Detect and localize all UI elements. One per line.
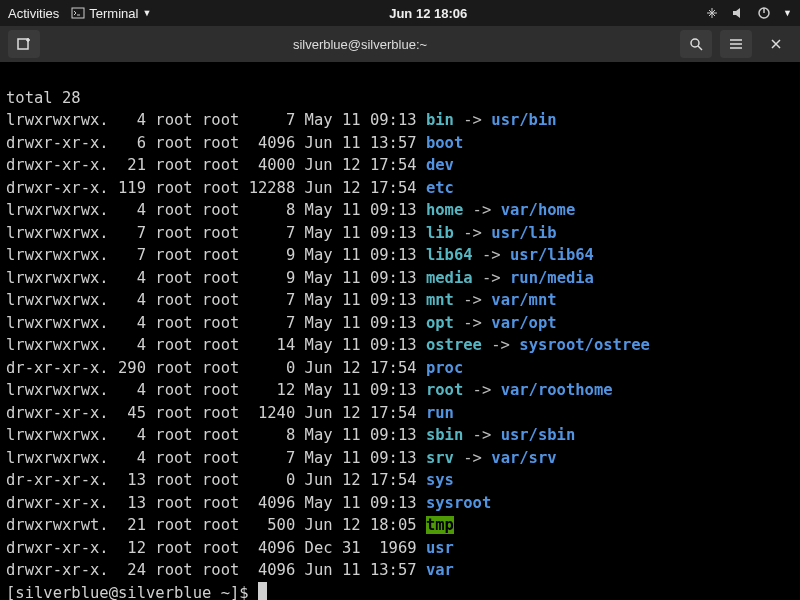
ls-row: drwxr-xr-x. 119 root root 12288 Jun 12 1… [6,177,794,200]
ls-row: drwxr-xr-x. 21 root root 4000 Jun 12 17:… [6,154,794,177]
ls-row: lrwxrwxrwx. 7 root root 9 May 11 09:13 l… [6,244,794,267]
ls-row: lrwxrwxrwx. 4 root root 9 May 11 09:13 m… [6,267,794,290]
app-menu-label: Terminal [89,6,138,21]
ls-row: drwxr-xr-x. 45 root root 1240 Jun 12 17:… [6,402,794,425]
new-tab-button[interactable] [8,30,40,58]
ls-row: lrwxrwxrwx. 4 root root 12 May 11 09:13 … [6,379,794,402]
ls-row: drwxr-xr-x. 12 root root 4096 Dec 31 196… [6,537,794,560]
chevron-down-icon[interactable]: ▼ [783,8,792,18]
ls-row: lrwxrwxrwx. 4 root root 8 May 11 09:13 h… [6,199,794,222]
activities-button[interactable]: Activities [8,6,59,21]
clock[interactable]: Jun 12 18:06 [389,6,467,21]
search-button[interactable] [680,30,712,58]
ls-row: lrwxrwxrwx. 4 root root 7 May 11 09:13 o… [6,312,794,335]
terminal-output[interactable]: total 28lrwxrwxrwx. 4 root root 7 May 11… [0,62,800,600]
ls-row: drwxr-xr-x. 24 root root 4096 Jun 11 13:… [6,559,794,582]
svg-rect-0 [72,8,84,18]
ls-row: lrwxrwxrwx. 4 root root 8 May 11 09:13 s… [6,424,794,447]
total-line: total 28 [6,87,794,110]
gnome-topbar: Activities Terminal ▼ Jun 12 18:06 ▼ [0,0,800,26]
cursor [258,582,267,600]
ls-row: lrwxrwxrwx. 4 root root 7 May 11 09:13 b… [6,109,794,132]
window-titlebar: silverblue@silverblue:~ [0,26,800,62]
search-icon [688,36,704,52]
ls-row: drwxrwxrwt. 21 root root 500 Jun 12 18:0… [6,514,794,537]
close-icon [769,37,783,51]
volume-icon[interactable] [731,6,745,20]
ls-row: lrwxrwxrwx. 7 root root 7 May 11 09:13 l… [6,222,794,245]
ls-row: lrwxrwxrwx. 4 root root 14 May 11 09:13 … [6,334,794,357]
app-menu[interactable]: Terminal ▼ [71,6,151,21]
prompt-text: [silverblue@silverblue ~]$ [6,584,258,601]
close-button[interactable] [760,30,792,58]
ls-row: dr-xr-xr-x. 290 root root 0 Jun 12 17:54… [6,357,794,380]
ls-row: drwxr-xr-x. 13 root root 4096 May 11 09:… [6,492,794,515]
power-icon[interactable] [757,6,771,20]
new-tab-icon [16,36,32,52]
chevron-down-icon: ▼ [142,8,151,18]
svg-point-4 [691,39,699,47]
svg-line-5 [698,46,702,50]
hamburger-icon [728,36,744,52]
window-title: silverblue@silverblue:~ [48,37,672,52]
menu-button[interactable] [720,30,752,58]
ls-row: drwxr-xr-x. 6 root root 4096 Jun 11 13:5… [6,132,794,155]
ls-row: lrwxrwxrwx. 4 root root 7 May 11 09:13 m… [6,289,794,312]
terminal-icon [71,6,85,20]
network-icon[interactable] [705,6,719,20]
prompt-line: [silverblue@silverblue ~]$ [6,582,794,601]
ls-row: lrwxrwxrwx. 4 root root 7 May 11 09:13 s… [6,447,794,470]
ls-row: dr-xr-xr-x. 13 root root 0 Jun 12 17:54 … [6,469,794,492]
